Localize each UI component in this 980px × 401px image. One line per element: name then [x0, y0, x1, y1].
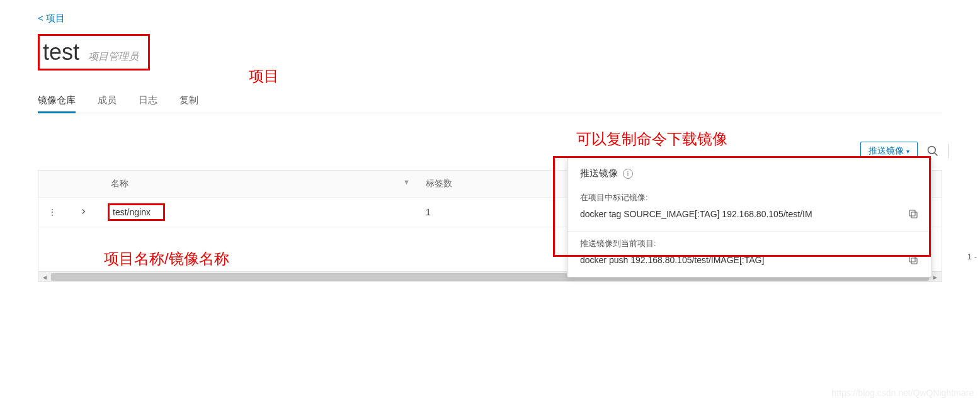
filter-icon[interactable]: ▼: [403, 178, 410, 186]
svg-point-0: [928, 147, 936, 154]
annotation-copy-hint: 可以复制命令下载镜像: [576, 129, 727, 149]
svg-rect-4: [911, 258, 917, 264]
annotation-project: 项目: [249, 66, 279, 86]
push-label: 推送镜像到当前项目:: [580, 238, 919, 249]
push-command: docker push 192.168.80.105/test/IMAGE[:T…: [580, 255, 901, 265]
tag-command: docker tag SOURCE_IMAGE[:TAG] 192.168.80…: [580, 209, 901, 219]
tab-replication[interactable]: 复制: [179, 89, 198, 113]
svg-rect-2: [911, 212, 917, 218]
toolbar-divider: [948, 144, 949, 158]
scroll-left-icon[interactable]: ◄: [38, 272, 51, 282]
push-image-button-label: 推送镜像: [869, 145, 904, 157]
column-actions: [38, 171, 70, 198]
repository-link[interactable]: test/nginx: [113, 207, 151, 217]
column-name[interactable]: 名称 ▼: [101, 171, 416, 198]
svg-rect-3: [909, 210, 915, 216]
project-name: test: [43, 39, 79, 65]
tab-logs[interactable]: 日志: [139, 89, 157, 113]
info-icon[interactable]: i: [623, 169, 633, 179]
push-image-popover: 推送镜像 i 在项目中标记镜像: docker tag SOURCE_IMAGE…: [567, 157, 932, 278]
chevron-down-icon: ▾: [906, 148, 909, 155]
tag-label: 在项目中标记镜像:: [580, 192, 919, 203]
copy-icon[interactable]: [908, 254, 919, 266]
popover-section-tag: 在项目中标记镜像: docker tag SOURCE_IMAGE[:TAG] …: [567, 186, 932, 231]
project-title-box: test 项目管理员: [38, 34, 150, 71]
row-menu-icon[interactable]: ⋮: [38, 198, 70, 227]
popover-section-push: 推送镜像到当前项目: docker push 192.168.80.105/te…: [567, 231, 932, 277]
tab-repositories[interactable]: 镜像仓库: [38, 89, 76, 113]
expand-chevron-icon[interactable]: [70, 198, 101, 227]
breadcrumb-back[interactable]: < 项目: [38, 13, 942, 25]
popover-title: 推送镜像 i: [567, 158, 932, 186]
cell-name: test/nginx: [101, 198, 416, 227]
watermark: https://blog.csdn.net/QwQNightmare: [831, 388, 974, 398]
svg-rect-5: [909, 256, 915, 262]
column-expand: [70, 171, 101, 198]
pagination-info: 1 -: [967, 252, 977, 261]
tabs: 镜像仓库 成员 日志 复制: [38, 89, 942, 113]
svg-line-1: [935, 153, 938, 156]
copy-icon[interactable]: [908, 208, 919, 220]
tab-members[interactable]: 成员: [98, 89, 117, 113]
project-role: 项目管理员: [88, 51, 139, 62]
